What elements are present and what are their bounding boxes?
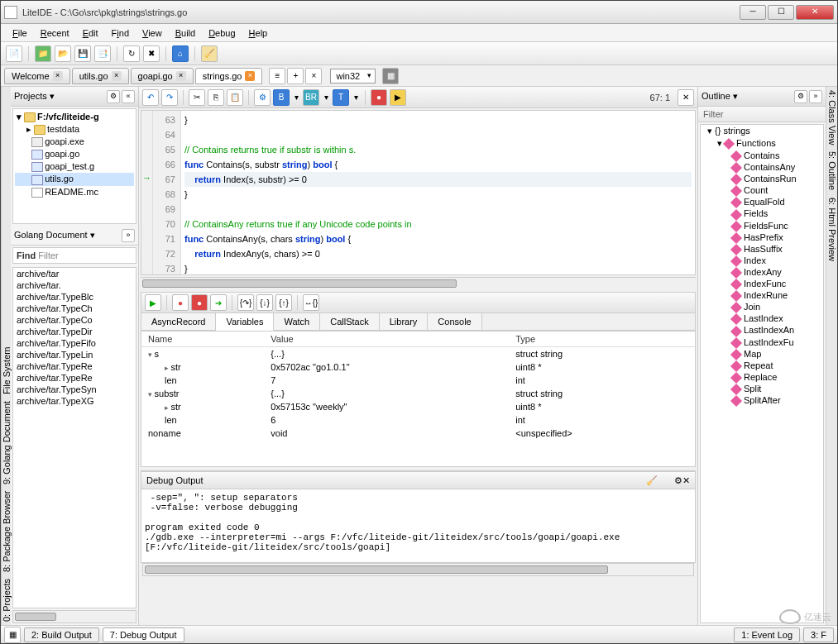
toggle-breakpoint-button[interactable]: ● — [172, 294, 189, 311]
dock-tab-file-system[interactable]: File System — [2, 346, 11, 394]
variable-row[interactable]: str0x5702ac "go1.0.1"uint8 * — [141, 360, 695, 374]
outline-func[interactable]: HasSuffix — [701, 243, 823, 255]
menu-find[interactable]: Find — [105, 26, 136, 40]
outline-func[interactable]: Fields — [701, 208, 823, 219]
outline-func[interactable]: Join — [701, 301, 823, 312]
outline-func[interactable]: HasPrefix — [701, 231, 823, 243]
menu-file[interactable]: File — [6, 26, 34, 40]
menu-help[interactable]: Help — [242, 26, 275, 40]
dock-tab-golang-document[interactable]: 9: Golang Document — [2, 401, 11, 484]
home-button[interactable]: ⌂ — [172, 45, 189, 62]
status-build-output[interactable]: 2: Build Output — [24, 627, 99, 642]
minimize-button[interactable]: ─ — [740, 5, 766, 20]
variables-table[interactable]: Name Value Type s{...}struct stringstr0x… — [141, 331, 696, 467]
package-item[interactable]: archive/tar.TypeXG — [13, 395, 136, 407]
outline-func[interactable]: SplitAfter — [701, 394, 823, 406]
projects-title[interactable]: Projects — [14, 91, 105, 102]
dock-tab-projects[interactable]: 0: Projects — [2, 579, 11, 622]
env-button[interactable]: ▦ — [382, 68, 399, 84]
save-all-button[interactable]: 📑 — [94, 45, 111, 62]
outline-func[interactable]: FieldsFunc — [701, 220, 823, 231]
settings-icon[interactable]: ⚙ — [794, 90, 807, 103]
collapse-icon[interactable]: « — [122, 90, 135, 103]
open-folder-button[interactable]: 📁 — [35, 45, 51, 62]
code-editor[interactable]: → 6364656667686970717273 }// Contains re… — [141, 110, 696, 275]
collapse-icon[interactable]: » — [122, 229, 135, 242]
open-project-button[interactable]: 📂 — [55, 45, 71, 62]
scrollbar-horizontal[interactable] — [12, 610, 136, 623]
menu-edit[interactable]: Edit — [76, 26, 105, 40]
build-button[interactable]: B — [273, 89, 290, 106]
debug-tab-asyncrecord[interactable]: AsyncRecord — [141, 313, 216, 330]
undo-button[interactable]: ↶ — [142, 89, 159, 106]
filter-input[interactable]: Find Filter — [12, 247, 136, 264]
status-debug-output[interactable]: 7: Debug Output — [103, 627, 184, 642]
tree-item[interactable]: goapi.exe — [15, 136, 134, 148]
golang-doc-title[interactable]: Golang Document — [14, 230, 120, 241]
tab-welcome[interactable]: Welcome× — [4, 68, 70, 84]
tree-item[interactable]: goapi.go — [15, 148, 134, 160]
paste-button[interactable]: 📋 — [227, 89, 243, 106]
package-item[interactable]: archive/tar. — [13, 279, 136, 291]
outline-func[interactable]: IndexRune — [701, 289, 823, 301]
dock-tab-package-browser[interactable]: 8: Package Browser — [2, 491, 11, 572]
step-instruction-button[interactable]: ↔{} — [303, 294, 319, 311]
collapse-icon[interactable]: » — [809, 90, 822, 103]
outline-func[interactable]: ContainsAny — [701, 161, 823, 173]
tab-close-button[interactable]: × — [305, 68, 322, 84]
run-button[interactable]: ▶ — [390, 89, 406, 106]
package-item[interactable]: archive/tar.TypeRe — [13, 372, 136, 384]
dropdown-icon[interactable]: ▾ — [292, 89, 300, 106]
variable-row[interactable]: nonamevoid<unspecified> — [141, 427, 695, 440]
outline-tree[interactable]: ▾ {} strings ▾ Functions ContainsContain… — [700, 124, 824, 623]
new-file-button[interactable]: 📄 — [6, 45, 22, 62]
outline-func[interactable]: Count — [701, 184, 823, 196]
copy-button[interactable]: ⎘ — [208, 89, 224, 106]
outline-func[interactable]: LastIndexFu — [701, 336, 823, 348]
menu-debug[interactable]: Debug — [202, 26, 242, 40]
tree-root[interactable]: ▾ F:/vfc/liteide-g — [15, 111, 134, 123]
tree-item[interactable]: ▸ testdata — [15, 123, 134, 136]
continue-button[interactable]: ➔ — [210, 294, 227, 311]
tab-goapi[interactable]: goapi.go× — [131, 68, 194, 84]
broom-button[interactable]: 🧹 — [201, 45, 218, 62]
tab-add-button[interactable]: + — [287, 68, 304, 84]
status-f[interactable]: 3: F — [803, 627, 834, 642]
debug-stop-button[interactable]: ● — [191, 294, 208, 311]
close-icon[interactable]: × — [245, 71, 255, 81]
variable-row[interactable]: len7int — [141, 374, 695, 387]
stop-button[interactable]: ● — [371, 89, 387, 106]
status-event-log[interactable]: 1: Event Log — [734, 627, 800, 642]
package-item[interactable]: archive/tar.TypeFifo — [13, 337, 136, 349]
outline-func[interactable]: Repeat — [701, 360, 823, 371]
close-icon[interactable]: × — [176, 71, 186, 81]
close-icon[interactable]: × — [53, 71, 63, 81]
outline-filter[interactable]: Filter — [698, 107, 826, 122]
tab-utils[interactable]: utils.go× — [72, 68, 129, 84]
dock-tab-class-view[interactable]: 4: Class View — [826, 90, 837, 145]
step-into-button[interactable]: {↓} — [256, 294, 273, 311]
debug-tab-watch[interactable]: Watch — [274, 313, 320, 330]
cut-button[interactable]: ✂ — [189, 89, 205, 106]
settings-icon[interactable]: ⚙ — [107, 90, 120, 103]
outline-func[interactable]: Split — [701, 383, 823, 394]
test-button[interactable]: T — [333, 89, 349, 106]
outline-func[interactable]: IndexFunc — [701, 278, 823, 289]
project-tree[interactable]: ▾ F:/vfc/liteide-g ▸ testdata goapi.exe … — [12, 108, 136, 224]
package-list[interactable]: archive/tararchive/tar.archive/tar.TypeB… — [12, 267, 136, 608]
close-editor-button[interactable]: ✕ — [678, 89, 694, 106]
output-scrollbar[interactable] — [142, 563, 694, 576]
tree-item[interactable]: README.mc — [15, 186, 134, 198]
debug-start-button[interactable]: ▶ — [145, 294, 161, 311]
settings-button[interactable]: ⚙ — [254, 89, 271, 106]
tab-strings[interactable]: strings.go× — [195, 68, 263, 84]
debug-output-text[interactable]: -sep=", ": setup separators -v=false: ve… — [141, 489, 696, 563]
close-doc-button[interactable]: ✖ — [143, 45, 160, 62]
package-item[interactable]: archive/tar — [13, 268, 136, 279]
outline-func[interactable]: LastIndex — [701, 312, 823, 324]
reload-button[interactable]: ↻ — [123, 45, 140, 62]
menu-build[interactable]: Build — [169, 26, 202, 40]
close-icon[interactable]: × — [112, 71, 122, 81]
outline-func[interactable]: EqualFold — [701, 196, 823, 208]
settings-icon[interactable]: ⚙ — [674, 475, 682, 486]
